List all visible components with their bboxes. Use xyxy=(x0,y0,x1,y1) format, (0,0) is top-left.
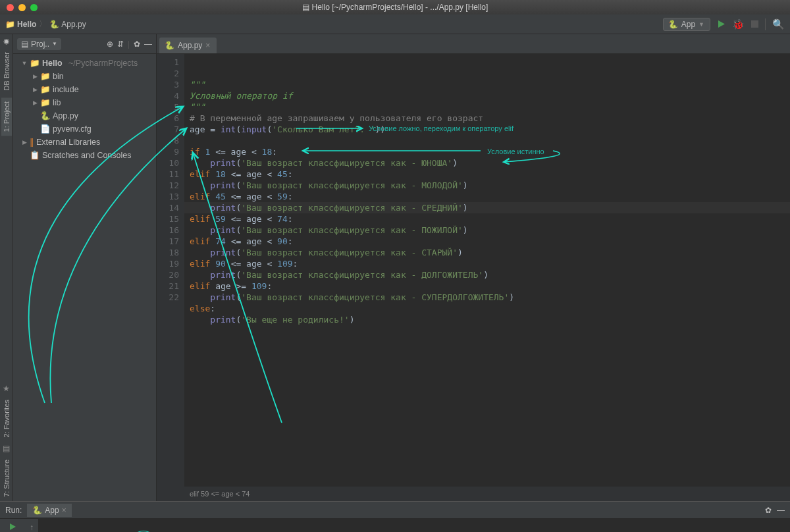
code-area[interactable]: 12345678910111213141516171819202122 """ … xyxy=(157,54,790,487)
line-gutter: 12345678910111213141516171819202122 xyxy=(157,54,184,487)
window-title: ▤ Hello [~/PycharmProjects/Hello] - .../… xyxy=(302,3,488,12)
python-file-icon: 🐍 xyxy=(49,20,59,29)
python-icon: 🐍 xyxy=(669,20,678,29)
annotation-false: Условие ложно, переходим к оператору eli… xyxy=(369,123,514,134)
run-settings-icon[interactable]: ✿ xyxy=(765,506,772,515)
breadcrumb-project[interactable]: Hello xyxy=(17,20,36,29)
editor: 🐍 App.py × 12345678910111213141516171819… xyxy=(157,34,790,501)
svg-rect-0 xyxy=(751,20,758,28)
annotation-true: Условие истинно xyxy=(487,146,544,157)
tree-file-app[interactable]: 🐍 App.py xyxy=(13,109,156,122)
run-tab-app[interactable]: 🐍 App × xyxy=(27,504,71,517)
project-sidebar: ▤ Proj..▼ ⊕ ⇵ | ✿ — ▼📁 Hello ~/PycharmPr… xyxy=(13,34,157,501)
python-file-icon: 🐍 xyxy=(165,41,174,50)
up-icon[interactable]: ↑ xyxy=(30,523,34,532)
titlebar: ▤ Hello [~/PycharmProjects/Hello] - .../… xyxy=(0,0,790,14)
locate-icon[interactable]: ⊕ xyxy=(107,40,113,49)
run-panel-title: Run: xyxy=(5,506,22,515)
tab-structure[interactable]: 7: Structure xyxy=(1,456,12,501)
run-panel: Run: 🐍 App × ✿ — ■ ‖ ↵ » ↑ ↓ /Users/dmit… xyxy=(0,501,790,532)
settings-icon[interactable]: ✿ xyxy=(134,40,140,49)
tree-root[interactable]: ▼📁 Hello ~/PycharmProjects xyxy=(13,57,156,70)
rerun-button[interactable] xyxy=(9,523,16,531)
navigation-bar: 📁 Hello 〉 🐍 App.py 🐍 App ▼ 🐞 🔍 xyxy=(0,14,790,34)
editor-breadcrumb[interactable]: elif 59 <= age < 74 xyxy=(157,487,790,501)
favorites-icon[interactable]: ★ xyxy=(3,384,10,393)
maximize-window-button[interactable] xyxy=(30,4,38,11)
debug-button[interactable]: 🐞 xyxy=(732,18,745,30)
close-window-button[interactable] xyxy=(7,4,14,11)
left-tool-strip: ◉ DB Browser 1: Project ★ 2: Favorites ▤… xyxy=(0,34,13,501)
tab-db-browser[interactable]: DB Browser xyxy=(1,48,12,95)
tree-folder-include[interactable]: ▶📁 include xyxy=(13,83,156,96)
db-browser-icon[interactable]: ◉ xyxy=(3,37,10,45)
collapse-icon[interactable]: ⇵ xyxy=(117,40,124,49)
tab-favorites[interactable]: 2: Favorites xyxy=(1,396,12,441)
tree-folder-bin[interactable]: ▶📁 bin xyxy=(13,70,156,83)
project-tree: ▼📁 Hello ~/PycharmProjects ▶📁 bin ▶📁 inc… xyxy=(13,54,156,165)
breadcrumb-file[interactable]: App.py xyxy=(61,20,86,29)
search-button[interactable]: 🔍 xyxy=(772,18,785,30)
run-hide-icon[interactable]: — xyxy=(777,506,785,515)
run-button[interactable] xyxy=(717,20,725,28)
close-tab-icon[interactable]: × xyxy=(205,41,210,50)
stop-button[interactable] xyxy=(751,20,758,28)
minimize-window-button[interactable] xyxy=(18,4,26,11)
run-toolbar: ■ ‖ ↵ » xyxy=(0,519,25,532)
close-icon[interactable]: × xyxy=(62,506,66,515)
code-lines[interactable]: """ Условный оператор if """ # В перемен… xyxy=(184,54,790,487)
app-icon: ▤ xyxy=(302,3,309,12)
project-view-selector[interactable]: ▤ Proj..▼ xyxy=(17,38,61,50)
python-icon: 🐍 xyxy=(32,506,42,515)
tree-file-pyvenv[interactable]: 📄 pyvenv.cfg xyxy=(13,122,156,136)
tree-external-libraries[interactable]: ▶‖ External Libraries xyxy=(13,136,156,149)
tree-scratches[interactable]: 📋 Scratches and Consoles xyxy=(13,149,156,162)
structure-icon[interactable]: ▤ xyxy=(3,444,10,453)
run-output[interactable]: /Users/dmitriy/PycharmProjects/Hello/bin… xyxy=(38,519,790,532)
folder-icon: 📁 xyxy=(5,20,14,29)
run-config-selector[interactable]: 🐍 App ▼ xyxy=(663,18,710,31)
hide-icon[interactable]: — xyxy=(144,40,152,49)
editor-tab-app[interactable]: 🐍 App.py × xyxy=(159,38,217,53)
tab-project[interactable]: 1: Project xyxy=(1,97,12,136)
tree-folder-lib[interactable]: ▶📁 lib xyxy=(13,96,156,109)
